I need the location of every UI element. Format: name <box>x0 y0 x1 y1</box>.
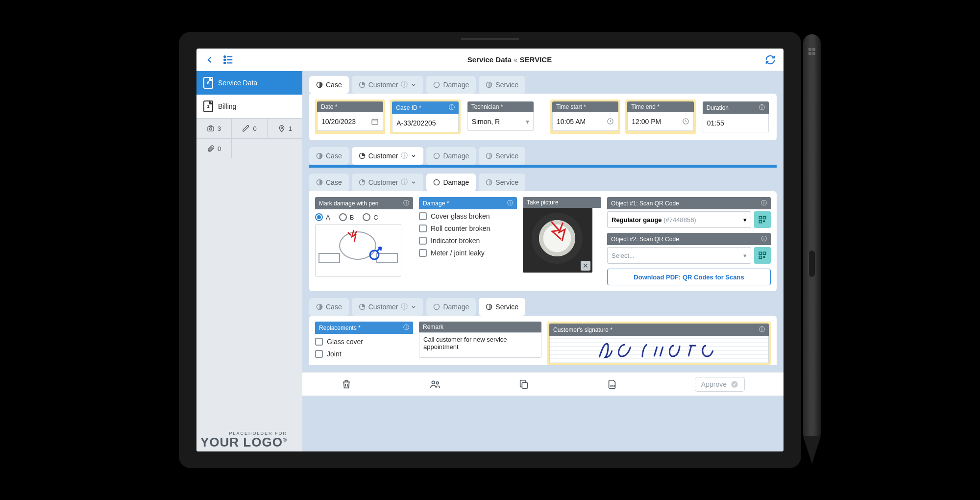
remark-textarea[interactable]: Call customer for new service appointmen… <box>419 332 541 358</box>
tab-customer[interactable]: Customer ⓘ <box>352 76 424 94</box>
sidebar-counters-2: 0 <box>196 139 302 158</box>
counter-edits[interactable]: 0 <box>232 119 267 138</box>
check-cover-glass[interactable]: Cover glass broken <box>419 212 517 220</box>
radio-b[interactable]: B <box>339 213 354 221</box>
damage-panel: Mark damage with penⓘ A B C <box>309 191 777 291</box>
sidebar-item-label: Service Data <box>218 79 257 87</box>
scan2-select[interactable]: Select... ▾ <box>607 247 751 264</box>
sidebar: 6 Service Data 1 Billing 3 0 <box>196 71 302 451</box>
title-right: SERVICE <box>520 55 552 64</box>
refresh-button[interactable] <box>763 52 778 67</box>
tab-damage[interactable]: Damage <box>426 174 476 191</box>
info-icon: ⓘ <box>759 325 765 334</box>
app-header: Service Data « SERVICE <box>196 49 784 71</box>
tabs-case: Case Customer ⓘ Damage <box>309 76 777 94</box>
svg-rect-30 <box>759 221 761 223</box>
tab-customer[interactable]: Customer ⓘ <box>352 298 424 316</box>
tab-service[interactable]: Service <box>479 174 525 191</box>
scan1-select[interactable]: Regulator gauge (#7448856) ▾ <box>607 211 751 228</box>
caseid-input[interactable]: A-33/202205 <box>392 114 458 132</box>
pdf-button[interactable]: PDF <box>607 379 617 390</box>
sidebar-item-billing[interactable]: 1 Billing <box>196 95 302 118</box>
tab-damage[interactable]: Damage <box>426 76 476 94</box>
tab-customer[interactable]: Customer ⓘ <box>352 147 424 165</box>
tab-case[interactable]: Case <box>309 147 349 165</box>
tablet-frame: Service Data « SERVICE 6 Service Data <box>179 32 801 468</box>
list-icon[interactable] <box>221 52 236 67</box>
field-technician: Technician * Simon, R ▾ <box>466 100 536 134</box>
tabs-customer: Case Customer ⓘ Damage <box>309 147 777 165</box>
scan-block: Object #1: Scan QR Codeⓘ Regulator gauge… <box>607 197 771 285</box>
sidebar-item-service-data[interactable]: 6 Service Data <box>196 71 302 95</box>
tab-service[interactable]: Service <box>479 147 525 165</box>
chevron-down-icon: ▾ <box>526 118 529 125</box>
section-customer: Case Customer ⓘ Damage <box>309 147 777 168</box>
svg-point-2 <box>224 59 225 60</box>
tab-case[interactable]: Case <box>309 174 349 191</box>
service-panel: Replacements *ⓘ Glass cover Joint Remark… <box>309 316 777 365</box>
check-glass-cover[interactable]: Glass cover <box>315 338 413 346</box>
svg-rect-6 <box>208 127 214 131</box>
info-icon: ⓘ <box>403 199 409 207</box>
tab-case[interactable]: Case <box>309 298 349 316</box>
date-input[interactable]: 10/20/2023 <box>317 112 383 131</box>
timestart-input[interactable]: 10:05 AM <box>552 112 618 131</box>
bottom-bar: PDF Approve <box>302 372 784 396</box>
tab-damage[interactable]: Damage <box>426 298 476 316</box>
download-pdf-button[interactable]: Download PDF: QR Codes for Scans <box>607 269 771 285</box>
timeend-input[interactable]: 12:00 PM <box>627 112 693 131</box>
meter-diagram[interactable] <box>315 224 401 277</box>
photo-thumbnail[interactable]: ✕ <box>523 208 592 273</box>
tab-service[interactable]: Service <box>479 76 525 94</box>
approve-button[interactable]: Approve <box>695 377 745 392</box>
page-title: Service Data « SERVICE <box>271 55 748 64</box>
trash-button[interactable] <box>341 379 352 390</box>
copy-button[interactable] <box>518 379 529 390</box>
radio-c[interactable]: C <box>363 213 378 221</box>
main-content: Case Customer ⓘ Damage <box>302 71 784 451</box>
back-button[interactable] <box>202 52 217 67</box>
remove-photo-button[interactable]: ✕ <box>581 261 590 271</box>
radio-a[interactable]: A <box>315 213 330 221</box>
check-joint[interactable]: Joint <box>315 350 413 358</box>
info-icon: ⓘ <box>401 80 408 89</box>
check-roll-counter[interactable]: Roll counter broken <box>419 225 517 232</box>
technician-select[interactable]: Simon, R ▾ <box>467 112 534 131</box>
info-icon: ⓘ <box>759 103 765 112</box>
tab-case[interactable]: Case <box>309 76 349 94</box>
info-icon: ⓘ <box>401 151 408 160</box>
title-separator: « <box>514 55 517 64</box>
svg-rect-31 <box>763 221 764 222</box>
svg-point-41 <box>436 381 439 384</box>
info-icon: ⓘ <box>761 199 767 207</box>
people-button[interactable] <box>429 379 441 390</box>
info-icon: ⓘ <box>507 199 513 207</box>
check-indicator[interactable]: Indicator broken <box>419 237 517 245</box>
clock-icon <box>682 118 689 125</box>
svg-point-38 <box>434 304 440 309</box>
customer-progress <box>309 165 777 168</box>
tab-customer[interactable]: Customer ⓘ <box>352 174 424 191</box>
counter-pins[interactable]: 1 <box>268 119 302 138</box>
tab-damage[interactable]: Damage <box>426 147 476 165</box>
counter-photos[interactable]: 3 <box>196 119 232 138</box>
field-time-start: Time start * 10:05 AM <box>550 100 620 134</box>
svg-rect-34 <box>759 256 761 259</box>
signature-pad[interactable] <box>549 336 769 363</box>
mark-damage-block: Mark damage with penⓘ A B C <box>315 197 413 285</box>
signature-block: Customer's signature *ⓘ <box>547 322 771 365</box>
svg-point-21 <box>434 153 440 158</box>
svg-point-8 <box>281 127 282 128</box>
info-icon: ⓘ <box>761 235 767 243</box>
tab-service[interactable]: Service <box>479 298 525 316</box>
info-icon: ⓘ <box>401 302 408 311</box>
info-icon: ⓘ <box>401 178 408 187</box>
stylus <box>803 34 821 466</box>
scan1-qr-button[interactable] <box>754 211 771 228</box>
scan2-qr-button[interactable] <box>754 247 771 264</box>
check-meter-joint[interactable]: Meter / joint leaky <box>419 249 517 257</box>
counter-attachments[interactable]: 0 <box>196 139 232 158</box>
section-case: Case Customer ⓘ Damage <box>309 76 777 140</box>
screen: Service Data « SERVICE 6 Service Data <box>196 49 784 451</box>
case-panel: Date * 10/20/2023 Case ID <box>309 94 777 140</box>
